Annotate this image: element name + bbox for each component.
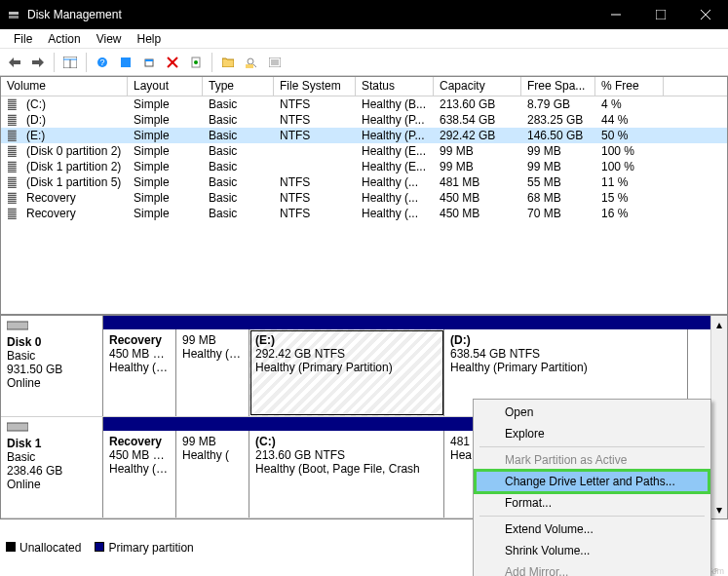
help-icon[interactable]: ? bbox=[92, 52, 113, 73]
volume-list-header: Volume Layout Type File System Status Ca… bbox=[1, 77, 727, 96]
ctx-add-mirror: Add Mirror... bbox=[476, 561, 709, 576]
hdd-icon bbox=[7, 320, 96, 333]
col-free[interactable]: Free Spa... bbox=[521, 77, 595, 96]
legend-primary: Primary partition bbox=[108, 541, 193, 555]
hdd-icon bbox=[7, 421, 96, 435]
svg-point-17 bbox=[194, 60, 198, 64]
svg-rect-25 bbox=[7, 322, 28, 329]
col-status[interactable]: Status bbox=[356, 77, 434, 96]
partition[interactable]: (C:)213.60 GB NTFSHealthy (Boot, Page Fi… bbox=[249, 431, 444, 518]
partition[interactable]: Recovery450 MB NTFSHealthy (OEM bbox=[103, 431, 176, 518]
titlebar: Disk Management bbox=[0, 0, 728, 29]
partition[interactable]: 99 MBHealthy (EFI bbox=[176, 329, 249, 416]
volume-row[interactable]: ䷀(E:)SimpleBasicNTFSHealthy (P...292.42 … bbox=[1, 128, 727, 143]
forward-button[interactable] bbox=[27, 52, 49, 73]
svg-point-18 bbox=[248, 58, 253, 64]
window-controls bbox=[594, 0, 728, 29]
col-layout[interactable]: Layout bbox=[128, 77, 203, 96]
drive-icon: ䷀ bbox=[7, 144, 22, 158]
drive-icon: ䷀ bbox=[7, 129, 22, 142]
volume-row[interactable]: ䷀(D:)SimpleBasicNTFSHealthy (P...638.54 … bbox=[1, 112, 727, 128]
col-type[interactable]: Type bbox=[203, 77, 274, 96]
col-filesystem[interactable]: File System bbox=[274, 77, 356, 96]
svg-rect-1 bbox=[9, 16, 19, 19]
svg-text:?: ? bbox=[99, 58, 104, 67]
close-button[interactable] bbox=[683, 0, 728, 29]
search-icon[interactable] bbox=[241, 52, 262, 73]
svg-rect-13 bbox=[145, 59, 153, 61]
drive-icon: ䷀ bbox=[7, 97, 22, 111]
svg-rect-0 bbox=[9, 12, 19, 15]
context-menu: Open Explore Mark Partition as Active Ch… bbox=[473, 399, 711, 576]
svg-rect-20 bbox=[246, 64, 253, 68]
volume-row[interactable]: ䷀(Disk 1 partition 2)SimpleBasicHealthy … bbox=[1, 159, 727, 174]
volume-row[interactable]: ䷀(Disk 0 partition 2)SimpleBasicHealthy … bbox=[1, 143, 727, 159]
partition[interactable]: Recovery450 MB NTFSHealthy (OEM Pa bbox=[103, 329, 176, 416]
drive-icon: ䷀ bbox=[7, 160, 22, 173]
ctx-extend[interactable]: Extend Volume... bbox=[476, 518, 709, 540]
ctx-open[interactable]: Open bbox=[476, 402, 709, 423]
menu-file[interactable]: File bbox=[6, 30, 40, 48]
disk-label[interactable]: Disk 1Basic238.46 GBOnline bbox=[1, 417, 103, 518]
ctx-shrink[interactable]: Shrink Volume... bbox=[476, 540, 709, 561]
window-title: Disk Management bbox=[27, 8, 594, 21]
scroll-down-icon[interactable]: ▾ bbox=[716, 503, 722, 517]
menu-help[interactable]: Help bbox=[130, 30, 170, 48]
app-icon bbox=[6, 7, 21, 22]
refresh-icon[interactable] bbox=[138, 52, 160, 73]
back-button[interactable] bbox=[4, 52, 25, 73]
col-pfree[interactable]: % Free bbox=[595, 77, 664, 96]
settings-icon[interactable] bbox=[115, 52, 136, 73]
toolbar: ? bbox=[0, 49, 728, 76]
folder-icon[interactable] bbox=[217, 52, 239, 73]
svg-rect-3 bbox=[656, 10, 666, 19]
drive-icon: ䷀ bbox=[7, 191, 22, 205]
ctx-mark-active: Mark Partition as Active bbox=[476, 449, 709, 471]
svg-line-19 bbox=[253, 64, 256, 67]
svg-rect-11 bbox=[121, 58, 131, 67]
volume-row[interactable]: ䷀(Disk 1 partition 5)SimpleBasicNTFSHeal… bbox=[1, 174, 727, 190]
ctx-format[interactable]: Format... bbox=[476, 492, 709, 514]
maximize-button[interactable] bbox=[638, 0, 683, 29]
menu-view[interactable]: View bbox=[89, 30, 130, 48]
col-capacity[interactable]: Capacity bbox=[434, 77, 521, 96]
volume-list: Volume Layout Type File System Status Ca… bbox=[0, 76, 728, 315]
volume-row[interactable]: ䷀RecoverySimpleBasicNTFSHealthy (...450 … bbox=[1, 206, 727, 221]
drive-icon: ䷀ bbox=[7, 113, 22, 127]
menu-action[interactable]: Action bbox=[40, 30, 88, 48]
properties-icon[interactable] bbox=[185, 52, 207, 73]
drive-icon: ䷀ bbox=[7, 207, 22, 220]
ctx-change-drive-letter[interactable]: Change Drive Letter and Paths... bbox=[476, 471, 709, 492]
menubar: File Action View Help bbox=[0, 29, 728, 49]
col-volume[interactable]: Volume bbox=[1, 77, 128, 96]
legend-unallocated: Unallocated bbox=[19, 541, 81, 555]
partition[interactable]: (E:)292.42 GB NTFSHealthy (Primary Parti… bbox=[249, 329, 444, 416]
views-button[interactable] bbox=[59, 52, 81, 73]
volume-row[interactable]: ䷀RecoverySimpleBasicNTFSHealthy (...450 … bbox=[1, 190, 727, 206]
delete-icon[interactable] bbox=[162, 52, 183, 73]
minimize-button[interactable] bbox=[594, 0, 638, 29]
list-icon[interactable] bbox=[264, 52, 286, 73]
drive-icon: ䷀ bbox=[7, 175, 22, 189]
vertical-scrollbar[interactable]: ▴ ▾ bbox=[710, 316, 727, 518]
scroll-up-icon[interactable]: ▴ bbox=[716, 318, 722, 331]
svg-rect-26 bbox=[7, 423, 28, 431]
volume-row[interactable]: ䷀(C:)SimpleBasicNTFSHealthy (B...213.60 … bbox=[1, 96, 727, 112]
partition[interactable]: 99 MBHealthy ( bbox=[176, 431, 249, 518]
legend: Unallocated Primary partition bbox=[6, 541, 194, 555]
disk-label[interactable]: Disk 0Basic931.50 GBOnline bbox=[1, 316, 103, 416]
ctx-explore[interactable]: Explore bbox=[476, 423, 709, 444]
